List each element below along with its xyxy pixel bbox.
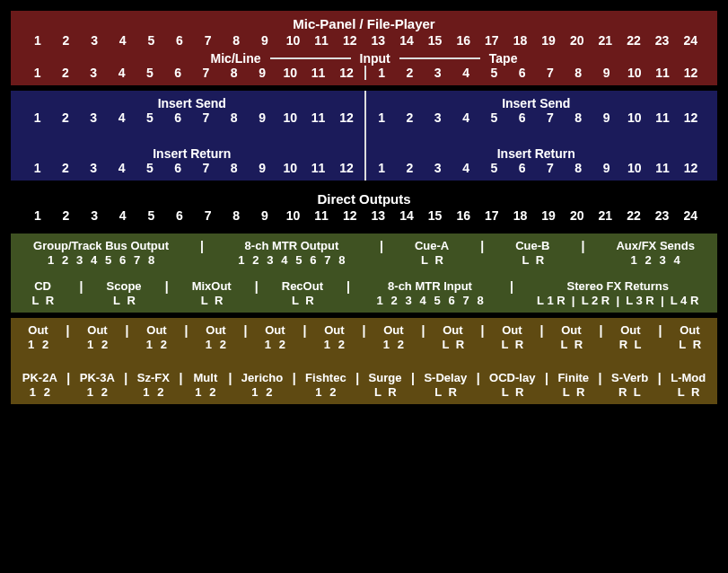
value: 2 xyxy=(388,294,400,307)
channel-num: 6 xyxy=(508,110,536,125)
channel-num: 3 xyxy=(80,208,109,223)
separator: | xyxy=(346,279,351,307)
channel-num: 7 xyxy=(192,110,220,125)
group: OutLR xyxy=(439,323,466,351)
group-header: OCD-lay xyxy=(489,371,535,384)
group: Group/Track Bus Output12345678 xyxy=(33,239,169,267)
group-values: RL xyxy=(617,385,644,399)
group-values: RL xyxy=(617,338,644,351)
group-values: 12 xyxy=(84,338,111,351)
group-header: Out xyxy=(443,323,462,337)
value: L xyxy=(519,253,531,267)
value: 8 xyxy=(474,294,487,307)
value: R xyxy=(690,338,703,351)
value: 4 xyxy=(88,253,101,267)
channel-num: 6 xyxy=(163,66,191,80)
group-header: Fishtec xyxy=(305,371,346,384)
group-header: Aux/FX Sends xyxy=(616,239,694,252)
channel-num: 10 xyxy=(620,66,648,80)
channel-num: 5 xyxy=(480,110,508,125)
separator: | xyxy=(539,323,544,351)
value: 2 xyxy=(335,338,347,351)
value: R xyxy=(446,385,459,399)
value: R xyxy=(213,294,225,307)
group: Cue-ALR xyxy=(415,239,449,267)
channel-num: 10 xyxy=(276,161,304,175)
group-header: Cue-A xyxy=(415,239,449,252)
channel-num: 12 xyxy=(336,33,364,48)
channel-num: 7 xyxy=(194,208,223,223)
group-header: CD xyxy=(34,279,51,293)
channel-num: 3 xyxy=(80,161,108,175)
group-header: Out xyxy=(324,323,344,337)
group: OutRL xyxy=(617,323,644,351)
separator: | xyxy=(509,279,514,307)
channel-num: 6 xyxy=(165,33,194,48)
separator: | xyxy=(611,294,624,307)
channel-num: 12 xyxy=(677,110,705,125)
input-rows: 123456789101112 123456789101112 xyxy=(20,66,708,80)
group: OutLR xyxy=(498,323,525,351)
value: 2 xyxy=(59,253,72,267)
value: L 4 R xyxy=(671,294,699,307)
separator: | xyxy=(420,323,425,351)
group-values: 1234 xyxy=(627,253,683,267)
channel-num: 3 xyxy=(424,66,452,80)
input-labels: Mic/Line Input Tape xyxy=(20,51,708,66)
direct-outputs-24: 123456789101112131415161718192021222324 xyxy=(20,208,708,223)
group: PK-2A12 xyxy=(22,371,57,399)
separator: | xyxy=(184,323,189,351)
value: R xyxy=(433,253,445,267)
channel-num: 2 xyxy=(51,110,79,125)
group-header: RecOut xyxy=(282,279,323,293)
channel-num: 4 xyxy=(109,208,137,223)
channel-num: 3 xyxy=(80,110,108,125)
channel-num: 7 xyxy=(192,161,220,175)
value: 1 xyxy=(83,385,96,399)
group-header: Surge xyxy=(369,371,402,384)
group-values: LR xyxy=(498,338,525,351)
value: 2 xyxy=(40,385,53,399)
group-header: Out xyxy=(680,323,699,337)
channel-num: 2 xyxy=(396,161,424,175)
group: CDLR xyxy=(30,279,57,307)
value: L xyxy=(30,294,42,307)
group: SurgeLR xyxy=(369,371,402,399)
group-values: 12345678 xyxy=(235,253,348,267)
value: R xyxy=(386,385,399,399)
channel-num: 23 xyxy=(648,33,677,48)
value: L xyxy=(675,385,688,399)
separator: | xyxy=(199,239,205,267)
insert-panel: Insert Send 123456789101112 Insert Send … xyxy=(11,91,717,181)
value: L xyxy=(560,385,573,399)
value: 2 xyxy=(394,338,407,351)
group: Out12 xyxy=(25,323,52,351)
channel-num: 9 xyxy=(248,66,276,80)
channel-num: 11 xyxy=(304,110,332,125)
channel-num: 6 xyxy=(165,208,194,223)
group-header: S-Delay xyxy=(424,371,467,384)
group: Stereo FX ReturnsL 1 R | L 2 R | L 3 R |… xyxy=(537,279,698,307)
channel-num: 1 xyxy=(23,33,52,48)
channel-num: 1 xyxy=(23,110,51,125)
channel-num: 10 xyxy=(276,66,304,80)
group: OutLR xyxy=(557,323,584,351)
group-values: L 1 R | L 2 R | L 3 R | L 4 R xyxy=(537,294,698,307)
channel-num: 14 xyxy=(392,208,421,223)
channel-num: 10 xyxy=(620,161,648,175)
group-values: 12 xyxy=(192,385,219,399)
group: Out12 xyxy=(84,323,111,351)
insert-return-label-r: Insert Return xyxy=(364,146,709,161)
value: 4 xyxy=(417,294,429,307)
value: L xyxy=(557,338,570,351)
channel-num: 2 xyxy=(52,33,81,48)
direct-outputs-title: Direct Outputs xyxy=(20,191,708,207)
group-values: 12 xyxy=(26,385,53,399)
channel-num: 5 xyxy=(137,33,166,48)
separator: | xyxy=(302,323,307,351)
group: S-VerbRL xyxy=(611,371,648,399)
value: 2 xyxy=(157,338,170,351)
separator: | xyxy=(657,323,662,351)
separator: | xyxy=(567,294,580,307)
group-values: LR xyxy=(439,338,466,351)
